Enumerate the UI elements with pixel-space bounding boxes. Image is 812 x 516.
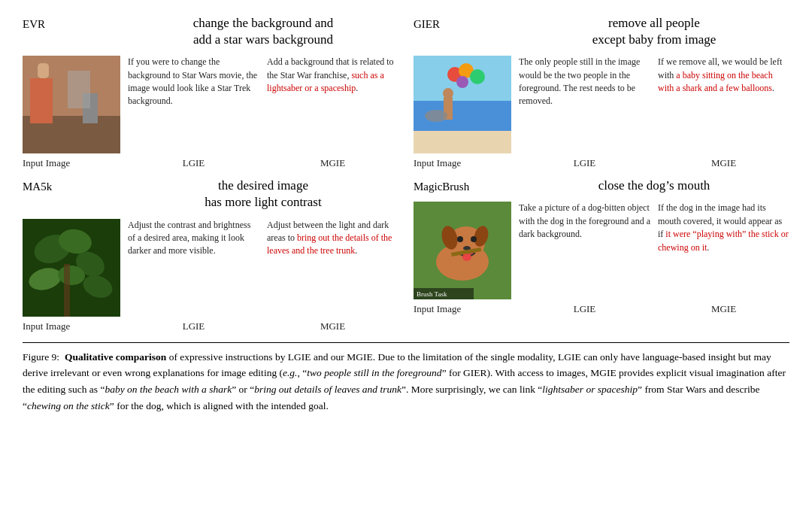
evr-title-line2: add a star wars background xyxy=(193,32,333,47)
magicbrush-panel: MagicBrush close the dog’s mouth xyxy=(414,178,789,299)
figure-intro: Qualitative comparison xyxy=(65,351,166,363)
magicbrush-mgie-label: MGIE xyxy=(658,302,789,316)
evr-panel-title: change the background and add a star war… xyxy=(128,15,398,51)
ma5k-panel-title: the desired image has more light contras… xyxy=(128,178,398,214)
magicbrush-dataset-label: MagicBrush xyxy=(414,178,511,195)
evr-mgie-label: MGIE xyxy=(267,156,398,170)
gier-image xyxy=(414,56,511,153)
ma5k-image xyxy=(23,219,120,317)
gier-lgie-desc: The only people still in the image would… xyxy=(519,56,650,108)
svg-rect-8 xyxy=(414,131,511,153)
caption-italic1: two people still in the foreground xyxy=(307,367,441,378)
caption-italic3: bring out details of leaves and trunk xyxy=(254,384,401,395)
gier-mgie-label: MGIE xyxy=(658,156,789,170)
caption-italic4: lightsaber or spaceship xyxy=(542,384,638,395)
figure-caption: Figure 9: Qualitative comparison of expr… xyxy=(23,349,789,414)
svg-rect-5 xyxy=(68,71,90,108)
evr-input-label: Input Image xyxy=(23,156,120,170)
evr-image-svg xyxy=(23,56,120,153)
ma5k-mgie-desc: Adjust between the light and dark areas … xyxy=(267,219,398,258)
gier-input-label: Input Image xyxy=(414,156,511,170)
left-top-panel: EVR change the background and add a star… xyxy=(23,15,398,170)
magicbrush-input-label: Input Image xyxy=(414,302,511,316)
ma5k-lgie-label: LGIE xyxy=(128,320,259,333)
svg-point-29 xyxy=(457,236,463,242)
svg-point-32 xyxy=(462,253,471,261)
gier-panel: GIER remove all people except baby from … xyxy=(414,15,789,153)
caption-eg: e.g. xyxy=(283,367,298,378)
ma5k-title-line2: has more light contrast xyxy=(205,195,321,209)
svg-point-11 xyxy=(470,69,485,84)
svg-rect-23 xyxy=(64,264,70,317)
ma5k-input-label: Input Image xyxy=(23,320,120,333)
gier-col-labels: Input Image LGIE MGIE xyxy=(414,156,789,170)
evr-image xyxy=(23,56,120,153)
ma5k-col-labels: Input Image LGIE MGIE xyxy=(23,320,398,333)
svg-point-12 xyxy=(456,76,468,88)
left-bottom-panel: MA5k the desired image has more light co… xyxy=(23,178,398,332)
gier-title-line1: remove all people xyxy=(608,16,700,30)
evr-lgie-label: LGIE xyxy=(128,156,259,170)
evr-title-line1: change the background and xyxy=(193,16,333,30)
magicbrush-image: Brush Task xyxy=(414,202,511,299)
magicbrush-panel-title: close the dog’s mouth xyxy=(519,178,789,197)
figure-label: Figure 9: xyxy=(23,351,59,363)
right-top-panel: GIER remove all people except baby from … xyxy=(414,15,789,170)
svg-rect-3 xyxy=(38,63,49,78)
evr-col-labels: Input Image LGIE MGIE xyxy=(23,156,398,170)
ma5k-lgie-desc: Adjust the contrast and brightness of a … xyxy=(128,219,259,258)
magicbrush-lgie-label: LGIE xyxy=(519,302,650,316)
gier-mgie-desc: If we remove all, we would be left with … xyxy=(658,56,789,95)
magicbrush-mgie-desc: If the dog in the image had its mouth co… xyxy=(658,202,789,254)
ma5k-mgie-label: MGIE xyxy=(267,320,398,333)
caption-divider xyxy=(23,342,789,343)
evr-lgie-desc: If you were to change the background to … xyxy=(128,56,259,108)
ma5k-panel: MA5k the desired image has more light co… xyxy=(23,178,398,316)
evr-dataset-label: EVR xyxy=(23,15,120,32)
svg-point-15 xyxy=(425,110,447,122)
comparison-grid: EVR change the background and add a star… xyxy=(23,15,789,333)
caption-italic5: chewing on the stick xyxy=(27,400,110,411)
magicbrush-title: close the dog’s mouth xyxy=(598,178,710,193)
ma5k-dataset-label: MA5k xyxy=(23,178,120,195)
magicbrush-mgie-red: it were “playing with” the stick or chew… xyxy=(658,229,789,252)
svg-text:Brush Task: Brush Task xyxy=(417,290,447,298)
main-figure: EVR change the background and add a star… xyxy=(23,15,789,414)
ma5k-title-line1: the desired image xyxy=(218,178,308,193)
gier-image-svg xyxy=(414,56,511,153)
svg-point-14 xyxy=(443,88,453,99)
caption-italic2: baby on the beach with a shark xyxy=(105,384,232,395)
gier-panel-title: remove all people except baby from image xyxy=(519,15,789,51)
evr-panel: EVR change the background and add a star… xyxy=(23,15,398,153)
gier-lgie-label: LGIE xyxy=(519,156,650,170)
evr-mgie-desc: Add a background that is related to the … xyxy=(267,56,398,95)
gier-dataset-label: GIER xyxy=(414,15,511,32)
gier-title-line2: except baby from image xyxy=(592,32,717,47)
ma5k-image-svg xyxy=(23,219,120,317)
svg-point-30 xyxy=(471,236,477,242)
right-bottom-panel: MagicBrush close the dog’s mouth xyxy=(414,178,789,332)
svg-rect-2 xyxy=(30,78,53,123)
magicbrush-lgie-desc: Take a picture of a dog-bitten object wi… xyxy=(519,202,650,241)
magicbrush-col-labels: Input Image LGIE MGIE xyxy=(414,302,789,316)
magicbrush-image-svg: Brush Task xyxy=(414,202,511,299)
